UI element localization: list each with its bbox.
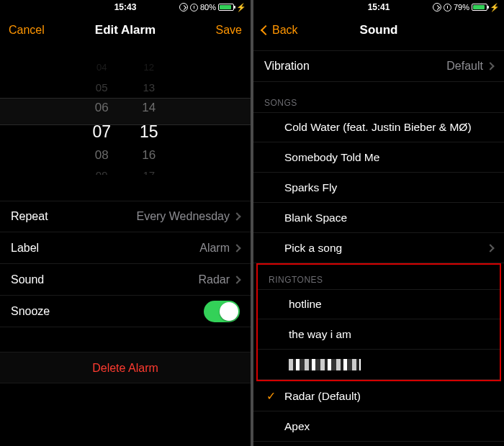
song-label: Sparks Fly (284, 181, 337, 194)
row-label: Snooze (11, 305, 50, 318)
highlight-box: RINGTONES hotline the way i am (256, 263, 501, 381)
nav-title: Edit Alarm (95, 23, 156, 37)
nav-bar: Back Sound (253, 14, 504, 46)
ringtone-row[interactable]: the way i am (258, 319, 500, 350)
back-button[interactable]: Back (262, 24, 298, 37)
sound-list: Vibration Default SONGS Cold Water (feat… (253, 50, 504, 446)
chevron-right-icon (233, 276, 240, 283)
song-label: Somebody Told Me (284, 151, 379, 164)
ringtone-label: the way i am (289, 328, 351, 341)
cancel-button[interactable]: Cancel (9, 24, 45, 37)
ringtone-label: hotline (289, 298, 322, 311)
ringtone-row-censored[interactable] (258, 350, 500, 380)
delete-alarm-button[interactable]: Delete Alarm (0, 352, 251, 383)
back-label: Back (272, 24, 298, 37)
ringtone-label: Apex (284, 420, 310, 433)
song-label: Blank Space (284, 211, 347, 224)
row-value: Alarm (199, 242, 230, 255)
song-row[interactable]: Cold Water (feat. Justin Bieber & MØ) (253, 112, 504, 142)
section-header-songs: SONGS (253, 82, 504, 112)
time-picker[interactable]: 04 05 06 07 08 09 10 12 13 14 15 16 17 1… (0, 49, 251, 175)
row-label: Repeat (11, 210, 48, 223)
snooze-toggle[interactable] (204, 301, 240, 322)
sound-screen: 15:41 79% ⚡ Back Sound Vibration Default… (253, 0, 504, 446)
song-row[interactable]: Somebody Told Me (253, 142, 504, 173)
check-icon: ✓ (264, 389, 277, 403)
row-value: Default (446, 60, 483, 73)
status-time: 15:43 (114, 2, 137, 12)
orientation-lock-icon (179, 3, 188, 12)
ringtone-row[interactable]: ✓Radar (Default) (253, 381, 504, 411)
hour-wheel[interactable]: 04 05 06 07 08 09 10 (92, 49, 111, 175)
song-row[interactable]: Sparks Fly (253, 173, 504, 203)
save-button[interactable]: Save (216, 24, 242, 37)
charging-icon: ⚡ (236, 3, 246, 12)
section-header-ringtones: RINGTONES (258, 265, 500, 289)
row-value: Radar (198, 273, 230, 286)
chevron-right-icon (486, 244, 494, 252)
chevron-left-icon (261, 25, 271, 35)
ringtone-row[interactable]: Apex (253, 411, 504, 442)
ringtone-label: Radar (Default) (284, 390, 361, 403)
row-snooze: Snooze (0, 296, 251, 327)
status-right: 79% ⚡ (433, 3, 500, 12)
charging-icon: ⚡ (490, 3, 500, 12)
status-right: 80% ⚡ (179, 3, 246, 12)
chevron-right-icon (233, 244, 240, 252)
nav-title: Sound (360, 23, 398, 37)
status-bar: 15:41 79% ⚡ (253, 0, 504, 14)
alarm-icon (444, 4, 451, 12)
orientation-lock-icon (433, 3, 441, 12)
chevron-right-icon (486, 62, 494, 70)
row-value: Every Wednesday (136, 210, 230, 223)
pick-label: Pick a song (284, 242, 342, 255)
battery-percent: 80% (200, 3, 216, 12)
status-bar: 15:43 80% ⚡ (0, 0, 251, 14)
ringtone-row[interactable]: Beacon (253, 442, 504, 446)
song-row[interactable]: Blank Space (253, 203, 504, 233)
pick-a-song-row[interactable]: Pick a song (253, 233, 504, 263)
alarm-icon (190, 4, 198, 12)
battery-percent: 79% (454, 3, 469, 12)
nav-bar: Cancel Edit Alarm Save (0, 14, 251, 46)
censored-label (289, 359, 361, 370)
battery-icon (218, 4, 234, 11)
row-label: Sound (11, 273, 44, 286)
battery-icon (472, 4, 487, 11)
song-label: Cold Water (feat. Justin Bieber & MØ) (284, 121, 472, 134)
row-label[interactable]: Label Alarm (0, 232, 251, 264)
row-sound[interactable]: Sound Radar (0, 264, 251, 296)
status-time: 15:41 (368, 2, 390, 12)
row-repeat[interactable]: Repeat Every Wednesday (0, 201, 251, 232)
minute-wheel[interactable]: 12 13 14 15 16 17 18 (140, 49, 158, 175)
row-vibration[interactable]: Vibration Default (253, 50, 504, 82)
alarm-options-list: Repeat Every Wednesday Label Alarm Sound… (0, 201, 251, 327)
edit-alarm-screen: 15:43 80% ⚡ Cancel Edit Alarm Save 04 05… (0, 0, 251, 446)
chevron-right-icon (233, 212, 240, 220)
row-label-text: Label (11, 242, 39, 255)
row-label: Vibration (264, 60, 310, 73)
ringtone-row[interactable]: hotline (258, 289, 500, 319)
